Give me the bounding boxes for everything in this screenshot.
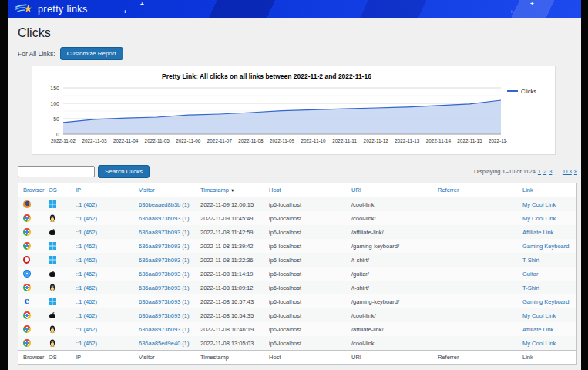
ip-link[interactable]: ::1 (462): [76, 271, 97, 278]
ip-link[interactable]: ::1 (462): [76, 284, 97, 291]
svg-text:2022-11-05: 2022-11-05: [145, 138, 170, 143]
pretty-link[interactable]: My Cool Link: [522, 201, 556, 208]
svg-text:2022-11-16: 2022-11-16: [489, 138, 507, 143]
customize-report-button[interactable]: Customize Report: [60, 47, 123, 60]
ip-link[interactable]: ::1 (462): [76, 243, 97, 250]
visitor-link[interactable]: 636beaaed8b3b (1): [139, 201, 189, 208]
svg-text:2022-11-03: 2022-11-03: [82, 138, 107, 143]
svg-text:2022-11-09: 2022-11-09: [270, 138, 295, 143]
opera-icon: [23, 256, 30, 264]
svg-text:150: 150: [50, 86, 59, 91]
visitor-cell: 636aa85ed9e40 (1): [134, 336, 196, 351]
click-row: ::1 (462)636aa8973b093 (1)2022-11-08 11:…: [18, 225, 576, 239]
table-footer-row: BrowserOSIPVisitorTimestampHostURIReferr…: [18, 351, 576, 365]
link-cell: My Cool Link: [518, 336, 576, 351]
column-header-visitor[interactable]: Visitor: [134, 351, 196, 365]
visitor-link[interactable]: 636aa8973b093 (1): [139, 271, 189, 278]
apple-icon: [49, 228, 56, 236]
ip-link[interactable]: ::1 (462): [76, 229, 97, 236]
column-header-referrer[interactable]: Referrer: [433, 351, 518, 365]
visitor-link[interactable]: 636aa8973b093 (1): [139, 257, 189, 264]
column-header-os[interactable]: OS: [44, 183, 71, 197]
page-link[interactable]: 2: [543, 168, 546, 175]
pretty-link[interactable]: Gaming Keyboard: [522, 298, 569, 305]
ip-link[interactable]: ::1 (462): [76, 312, 97, 319]
os-cell: [44, 336, 71, 351]
ip-cell: ::1 (462): [71, 281, 134, 294]
host-cell: ip6-localhost: [264, 308, 347, 322]
column-header-host[interactable]: Host: [264, 351, 347, 365]
ip-link[interactable]: ::1 (462): [76, 326, 97, 333]
svg-text:2022-11-12: 2022-11-12: [364, 138, 389, 143]
os-cell: [44, 211, 71, 225]
clicks-table-body: ::1 (462)636beaaed8b3b (1)2022-11-09 12:…: [18, 197, 576, 351]
firefox-icon: [23, 200, 31, 208]
page-link[interactable]: 3: [549, 168, 552, 175]
ip-link[interactable]: ::1 (462): [76, 257, 97, 264]
pretty-link[interactable]: My Cool Link: [522, 215, 556, 222]
column-header-browser[interactable]: Browser: [18, 183, 44, 197]
column-header-host[interactable]: Host: [264, 183, 347, 197]
ip-cell: ::1 (462): [71, 239, 134, 253]
uri-cell: /cool-link/: [347, 308, 433, 322]
column-header-link[interactable]: Link: [518, 351, 576, 365]
visitor-link[interactable]: 636aa8973b093 (1): [139, 284, 189, 291]
filter-row: For All Links: Customize Report: [18, 47, 577, 60]
visitor-link[interactable]: 636aa8973b093 (1): [139, 312, 189, 319]
link-cell: T-Shirt: [518, 281, 576, 294]
os-cell: [44, 253, 71, 267]
column-header-uri[interactable]: URI: [347, 183, 433, 197]
search-clicks-button[interactable]: Search Clicks: [98, 165, 150, 178]
host-cell: ip6-localhost: [264, 211, 347, 225]
next-page-link[interactable]: »: [574, 168, 577, 175]
ip-link[interactable]: ::1 (462): [76, 298, 97, 305]
visitor-link[interactable]: 636aa85ed9e40 (1): [139, 340, 189, 347]
svg-text:2022-11-14: 2022-11-14: [426, 138, 452, 143]
ip-link[interactable]: ::1 (462): [76, 215, 97, 222]
ip-link[interactable]: ::1 (462): [76, 340, 97, 347]
search-input[interactable]: [18, 166, 95, 177]
page-link[interactable]: 1: [538, 168, 541, 175]
pretty-link[interactable]: Affiliate Link: [522, 229, 553, 236]
pretty-link[interactable]: My Cool Link: [522, 340, 556, 347]
column-header-referrer[interactable]: Referrer: [433, 183, 518, 197]
shooting-star-icon: [15, 2, 34, 15]
visitor-link[interactable]: 636aa8973b093 (1): [139, 326, 189, 333]
logo-text: pretty links: [38, 4, 88, 15]
pretty-link[interactable]: Guitar: [522, 271, 538, 278]
top-banner: pretty links: [8, 0, 581, 18]
visitor-cell: 636aa8973b093 (1): [134, 294, 196, 308]
pretty-link[interactable]: Affiliate Link: [522, 326, 553, 333]
column-header-link[interactable]: Link: [518, 183, 576, 197]
chrome-icon: [23, 311, 31, 319]
column-header-uri[interactable]: URI: [347, 351, 433, 365]
host-cell: ip6-localhost: [264, 336, 347, 351]
visitor-link[interactable]: 636aa8973b093 (1): [139, 229, 189, 236]
screen: pretty links Clicks For All Links: Custo…: [0, 0, 588, 370]
svg-text:2022-11-06: 2022-11-06: [176, 138, 201, 143]
host-cell: ip6-localhost: [264, 225, 347, 239]
ip-link[interactable]: ::1 (462): [76, 201, 97, 208]
column-header-ip[interactable]: IP: [71, 351, 134, 365]
visitor-link[interactable]: 636aa8973b093 (1): [139, 215, 189, 222]
last-page-link[interactable]: 113: [563, 168, 572, 175]
visitor-cell: 636aa8973b093 (1): [134, 267, 196, 281]
pretty-link[interactable]: Gaming Keyboard: [522, 243, 569, 250]
visitor-link[interactable]: 636aa8973b093 (1): [139, 298, 189, 305]
pretty-link[interactable]: My Cool Link: [522, 312, 556, 319]
column-header-timestamp[interactable]: Timestamp ▼: [196, 183, 264, 197]
chrome-icon: [23, 284, 31, 291]
ip-cell: ::1 (462): [71, 197, 134, 212]
pretty-link[interactable]: T-Shirt: [522, 257, 539, 264]
column-header-timestamp[interactable]: Timestamp: [196, 351, 264, 365]
chrome-icon: [23, 214, 31, 222]
ip-cell: ::1 (462): [71, 294, 134, 308]
linux-icon: [49, 214, 56, 222]
column-header-os[interactable]: OS: [44, 351, 71, 365]
pretty-link[interactable]: T-Shirt: [522, 284, 539, 291]
visitor-link[interactable]: 636aa8973b093 (1): [139, 243, 189, 250]
column-header-visitor[interactable]: Visitor: [134, 183, 196, 197]
browser-cell: [18, 322, 44, 336]
column-header-browser[interactable]: Browser: [18, 351, 44, 365]
column-header-ip[interactable]: IP: [71, 183, 134, 197]
